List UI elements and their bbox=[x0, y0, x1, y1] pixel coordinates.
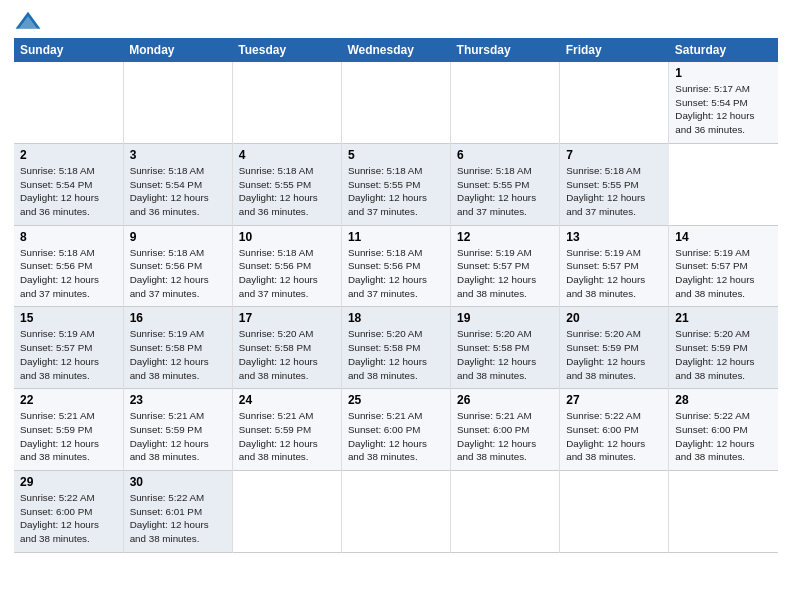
day-detail: Sunrise: 5:20 AMSunset: 5:58 PMDaylight:… bbox=[457, 328, 536, 380]
day-cell-1: 1Sunrise: 5:17 AMSunset: 5:54 PMDaylight… bbox=[669, 62, 778, 143]
day-cell-17: 17Sunrise: 5:20 AMSunset: 5:58 PMDayligh… bbox=[232, 307, 341, 389]
empty-cell bbox=[560, 471, 669, 553]
day-number: 16 bbox=[130, 311, 226, 325]
day-cell-11: 11Sunrise: 5:18 AMSunset: 5:56 PMDayligh… bbox=[341, 225, 450, 307]
day-number: 7 bbox=[566, 148, 663, 162]
week-row-6: 29Sunrise: 5:22 AMSunset: 6:00 PMDayligh… bbox=[14, 471, 778, 553]
day-cell-15: 15Sunrise: 5:19 AMSunset: 5:57 PMDayligh… bbox=[14, 307, 123, 389]
day-cell-19: 19Sunrise: 5:20 AMSunset: 5:58 PMDayligh… bbox=[451, 307, 560, 389]
day-detail: Sunrise: 5:18 AMSunset: 5:56 PMDaylight:… bbox=[348, 247, 427, 299]
day-number: 9 bbox=[130, 230, 226, 244]
day-cell-6: 6Sunrise: 5:18 AMSunset: 5:55 PMDaylight… bbox=[451, 143, 560, 225]
day-number: 28 bbox=[675, 393, 772, 407]
day-number: 22 bbox=[20, 393, 117, 407]
day-cell-21: 21Sunrise: 5:20 AMSunset: 5:59 PMDayligh… bbox=[669, 307, 778, 389]
empty-cell bbox=[451, 62, 560, 143]
day-cell-8: 8Sunrise: 5:18 AMSunset: 5:56 PMDaylight… bbox=[14, 225, 123, 307]
day-cell-24: 24Sunrise: 5:21 AMSunset: 5:59 PMDayligh… bbox=[232, 389, 341, 471]
logo bbox=[14, 10, 46, 32]
day-detail: Sunrise: 5:18 AMSunset: 5:54 PMDaylight:… bbox=[20, 165, 99, 217]
page-container: SundayMondayTuesdayWednesdayThursdayFrid… bbox=[0, 0, 792, 563]
day-header-tuesday: Tuesday bbox=[232, 38, 341, 62]
day-number: 24 bbox=[239, 393, 335, 407]
day-number: 8 bbox=[20, 230, 117, 244]
day-cell-3: 3Sunrise: 5:18 AMSunset: 5:54 PMDaylight… bbox=[123, 143, 232, 225]
day-detail: Sunrise: 5:20 AMSunset: 5:58 PMDaylight:… bbox=[348, 328, 427, 380]
week-row-2: 2Sunrise: 5:18 AMSunset: 5:54 PMDaylight… bbox=[14, 143, 778, 225]
day-cell-2: 2Sunrise: 5:18 AMSunset: 5:54 PMDaylight… bbox=[14, 143, 123, 225]
day-number: 3 bbox=[130, 148, 226, 162]
day-number: 10 bbox=[239, 230, 335, 244]
week-row-1: 1Sunrise: 5:17 AMSunset: 5:54 PMDaylight… bbox=[14, 62, 778, 143]
day-number: 21 bbox=[675, 311, 772, 325]
day-number: 29 bbox=[20, 475, 117, 489]
day-header-saturday: Saturday bbox=[669, 38, 778, 62]
day-cell-20: 20Sunrise: 5:20 AMSunset: 5:59 PMDayligh… bbox=[560, 307, 669, 389]
day-number: 25 bbox=[348, 393, 444, 407]
day-detail: Sunrise: 5:21 AMSunset: 5:59 PMDaylight:… bbox=[20, 410, 99, 462]
empty-cell bbox=[232, 471, 341, 553]
day-header-sunday: Sunday bbox=[14, 38, 123, 62]
day-detail: Sunrise: 5:18 AMSunset: 5:56 PMDaylight:… bbox=[130, 247, 209, 299]
empty-cell bbox=[341, 471, 450, 553]
header-row: SundayMondayTuesdayWednesdayThursdayFrid… bbox=[14, 38, 778, 62]
day-detail: Sunrise: 5:18 AMSunset: 5:56 PMDaylight:… bbox=[20, 247, 99, 299]
day-number: 26 bbox=[457, 393, 553, 407]
day-detail: Sunrise: 5:19 AMSunset: 5:57 PMDaylight:… bbox=[675, 247, 754, 299]
day-cell-4: 4Sunrise: 5:18 AMSunset: 5:55 PMDaylight… bbox=[232, 143, 341, 225]
day-number: 27 bbox=[566, 393, 662, 407]
empty-cell bbox=[451, 471, 560, 553]
day-detail: Sunrise: 5:19 AMSunset: 5:58 PMDaylight:… bbox=[130, 328, 209, 380]
day-detail: Sunrise: 5:18 AMSunset: 5:55 PMDaylight:… bbox=[239, 165, 318, 217]
day-detail: Sunrise: 5:20 AMSunset: 5:59 PMDaylight:… bbox=[566, 328, 645, 380]
empty-cell bbox=[232, 62, 341, 143]
day-cell-16: 16Sunrise: 5:19 AMSunset: 5:58 PMDayligh… bbox=[123, 307, 232, 389]
day-number: 6 bbox=[457, 148, 553, 162]
day-number: 18 bbox=[348, 311, 444, 325]
day-detail: Sunrise: 5:19 AMSunset: 5:57 PMDaylight:… bbox=[457, 247, 536, 299]
empty-cell bbox=[123, 62, 232, 143]
day-cell-9: 9Sunrise: 5:18 AMSunset: 5:56 PMDaylight… bbox=[123, 225, 232, 307]
day-number: 15 bbox=[20, 311, 117, 325]
day-detail: Sunrise: 5:22 AMSunset: 6:01 PMDaylight:… bbox=[130, 492, 209, 544]
day-header-friday: Friday bbox=[560, 38, 669, 62]
day-detail: Sunrise: 5:22 AMSunset: 6:00 PMDaylight:… bbox=[566, 410, 645, 462]
day-header-wednesday: Wednesday bbox=[341, 38, 450, 62]
day-cell-26: 26Sunrise: 5:21 AMSunset: 6:00 PMDayligh… bbox=[451, 389, 560, 471]
day-header-monday: Monday bbox=[123, 38, 232, 62]
day-cell-28: 28Sunrise: 5:22 AMSunset: 6:00 PMDayligh… bbox=[669, 389, 778, 471]
empty-cell bbox=[341, 62, 450, 143]
day-detail: Sunrise: 5:18 AMSunset: 5:56 PMDaylight:… bbox=[239, 247, 318, 299]
day-cell-10: 10Sunrise: 5:18 AMSunset: 5:56 PMDayligh… bbox=[232, 225, 341, 307]
week-row-5: 22Sunrise: 5:21 AMSunset: 5:59 PMDayligh… bbox=[14, 389, 778, 471]
empty-cell bbox=[669, 471, 778, 553]
day-number: 2 bbox=[20, 148, 117, 162]
day-cell-27: 27Sunrise: 5:22 AMSunset: 6:00 PMDayligh… bbox=[560, 389, 669, 471]
day-cell-5: 5Sunrise: 5:18 AMSunset: 5:55 PMDaylight… bbox=[341, 143, 450, 225]
logo-icon bbox=[14, 10, 42, 32]
day-detail: Sunrise: 5:22 AMSunset: 6:00 PMDaylight:… bbox=[20, 492, 99, 544]
day-cell-23: 23Sunrise: 5:21 AMSunset: 5:59 PMDayligh… bbox=[123, 389, 232, 471]
week-row-4: 15Sunrise: 5:19 AMSunset: 5:57 PMDayligh… bbox=[14, 307, 778, 389]
empty-cell bbox=[14, 62, 123, 143]
day-cell-30: 30Sunrise: 5:22 AMSunset: 6:01 PMDayligh… bbox=[123, 471, 232, 553]
day-detail: Sunrise: 5:18 AMSunset: 5:54 PMDaylight:… bbox=[130, 165, 209, 217]
day-number: 11 bbox=[348, 230, 444, 244]
day-detail: Sunrise: 5:20 AMSunset: 5:58 PMDaylight:… bbox=[239, 328, 318, 380]
day-number: 23 bbox=[130, 393, 226, 407]
day-number: 12 bbox=[457, 230, 553, 244]
header bbox=[14, 10, 778, 32]
calendar-table: SundayMondayTuesdayWednesdayThursdayFrid… bbox=[14, 38, 778, 553]
week-row-3: 8Sunrise: 5:18 AMSunset: 5:56 PMDaylight… bbox=[14, 225, 778, 307]
day-number: 17 bbox=[239, 311, 335, 325]
day-number: 14 bbox=[675, 230, 772, 244]
day-detail: Sunrise: 5:21 AMSunset: 5:59 PMDaylight:… bbox=[130, 410, 209, 462]
day-detail: Sunrise: 5:21 AMSunset: 5:59 PMDaylight:… bbox=[239, 410, 318, 462]
day-detail: Sunrise: 5:22 AMSunset: 6:00 PMDaylight:… bbox=[675, 410, 754, 462]
empty-cell bbox=[560, 62, 669, 143]
day-number: 13 bbox=[566, 230, 662, 244]
day-detail: Sunrise: 5:18 AMSunset: 5:55 PMDaylight:… bbox=[566, 165, 645, 217]
day-cell-14: 14Sunrise: 5:19 AMSunset: 5:57 PMDayligh… bbox=[669, 225, 778, 307]
day-cell-12: 12Sunrise: 5:19 AMSunset: 5:57 PMDayligh… bbox=[451, 225, 560, 307]
day-number: 5 bbox=[348, 148, 444, 162]
